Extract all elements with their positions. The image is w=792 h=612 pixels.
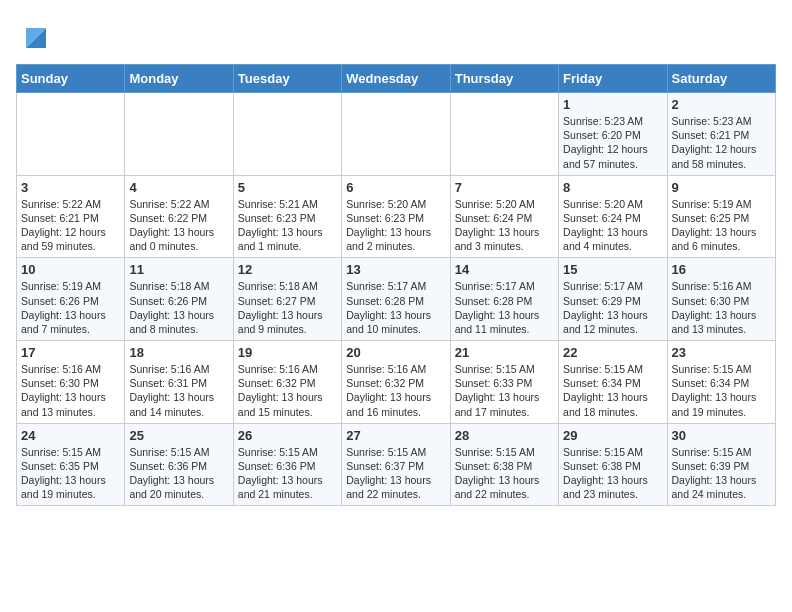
cell-info: Sunrise: 5:17 AMSunset: 6:29 PMDaylight:… — [563, 279, 662, 336]
day-number: 16 — [672, 262, 771, 277]
cell-info: Sunrise: 5:17 AMSunset: 6:28 PMDaylight:… — [346, 279, 445, 336]
day-number: 30 — [672, 428, 771, 443]
calendar-cell: 30Sunrise: 5:15 AMSunset: 6:39 PMDayligh… — [667, 423, 775, 506]
calendar-cell: 22Sunrise: 5:15 AMSunset: 6:34 PMDayligh… — [559, 341, 667, 424]
calendar-cell: 12Sunrise: 5:18 AMSunset: 6:27 PMDayligh… — [233, 258, 341, 341]
cell-info: Sunrise: 5:15 AMSunset: 6:39 PMDaylight:… — [672, 445, 771, 502]
calendar-cell: 7Sunrise: 5:20 AMSunset: 6:24 PMDaylight… — [450, 175, 558, 258]
day-number: 15 — [563, 262, 662, 277]
calendar-cell — [125, 93, 233, 176]
calendar-cell: 29Sunrise: 5:15 AMSunset: 6:38 PMDayligh… — [559, 423, 667, 506]
day-number: 21 — [455, 345, 554, 360]
day-number: 27 — [346, 428, 445, 443]
calendar-cell: 23Sunrise: 5:15 AMSunset: 6:34 PMDayligh… — [667, 341, 775, 424]
column-header-friday: Friday — [559, 65, 667, 93]
cell-info: Sunrise: 5:16 AMSunset: 6:32 PMDaylight:… — [346, 362, 445, 419]
cell-info: Sunrise: 5:20 AMSunset: 6:23 PMDaylight:… — [346, 197, 445, 254]
day-number: 20 — [346, 345, 445, 360]
cell-info: Sunrise: 5:23 AMSunset: 6:21 PMDaylight:… — [672, 114, 771, 171]
calendar-cell: 4Sunrise: 5:22 AMSunset: 6:22 PMDaylight… — [125, 175, 233, 258]
calendar-header-row: SundayMondayTuesdayWednesdayThursdayFrid… — [17, 65, 776, 93]
calendar-cell: 6Sunrise: 5:20 AMSunset: 6:23 PMDaylight… — [342, 175, 450, 258]
day-number: 11 — [129, 262, 228, 277]
day-number: 13 — [346, 262, 445, 277]
calendar-cell: 11Sunrise: 5:18 AMSunset: 6:26 PMDayligh… — [125, 258, 233, 341]
day-number: 29 — [563, 428, 662, 443]
logo — [16, 20, 54, 56]
day-number: 12 — [238, 262, 337, 277]
column-header-saturday: Saturday — [667, 65, 775, 93]
cell-info: Sunrise: 5:15 AMSunset: 6:35 PMDaylight:… — [21, 445, 120, 502]
column-header-thursday: Thursday — [450, 65, 558, 93]
cell-info: Sunrise: 5:19 AMSunset: 6:26 PMDaylight:… — [21, 279, 120, 336]
cell-info: Sunrise: 5:16 AMSunset: 6:31 PMDaylight:… — [129, 362, 228, 419]
column-header-tuesday: Tuesday — [233, 65, 341, 93]
calendar-cell: 21Sunrise: 5:15 AMSunset: 6:33 PMDayligh… — [450, 341, 558, 424]
calendar-cell: 27Sunrise: 5:15 AMSunset: 6:37 PMDayligh… — [342, 423, 450, 506]
cell-info: Sunrise: 5:17 AMSunset: 6:28 PMDaylight:… — [455, 279, 554, 336]
calendar-cell: 15Sunrise: 5:17 AMSunset: 6:29 PMDayligh… — [559, 258, 667, 341]
calendar-cell — [17, 93, 125, 176]
cell-info: Sunrise: 5:16 AMSunset: 6:30 PMDaylight:… — [672, 279, 771, 336]
calendar-cell — [342, 93, 450, 176]
cell-info: Sunrise: 5:16 AMSunset: 6:30 PMDaylight:… — [21, 362, 120, 419]
calendar-cell: 25Sunrise: 5:15 AMSunset: 6:36 PMDayligh… — [125, 423, 233, 506]
cell-info: Sunrise: 5:18 AMSunset: 6:27 PMDaylight:… — [238, 279, 337, 336]
cell-info: Sunrise: 5:15 AMSunset: 6:37 PMDaylight:… — [346, 445, 445, 502]
day-number: 26 — [238, 428, 337, 443]
page-header — [16, 16, 776, 56]
column-header-sunday: Sunday — [17, 65, 125, 93]
day-number: 19 — [238, 345, 337, 360]
day-number: 18 — [129, 345, 228, 360]
day-number: 22 — [563, 345, 662, 360]
calendar-cell: 2Sunrise: 5:23 AMSunset: 6:21 PMDaylight… — [667, 93, 775, 176]
cell-info: Sunrise: 5:22 AMSunset: 6:22 PMDaylight:… — [129, 197, 228, 254]
day-number: 2 — [672, 97, 771, 112]
day-number: 3 — [21, 180, 120, 195]
day-number: 6 — [346, 180, 445, 195]
day-number: 23 — [672, 345, 771, 360]
day-number: 28 — [455, 428, 554, 443]
cell-info: Sunrise: 5:21 AMSunset: 6:23 PMDaylight:… — [238, 197, 337, 254]
day-number: 5 — [238, 180, 337, 195]
cell-info: Sunrise: 5:20 AMSunset: 6:24 PMDaylight:… — [563, 197, 662, 254]
calendar-week-row: 17Sunrise: 5:16 AMSunset: 6:30 PMDayligh… — [17, 341, 776, 424]
cell-info: Sunrise: 5:15 AMSunset: 6:38 PMDaylight:… — [563, 445, 662, 502]
calendar-cell: 5Sunrise: 5:21 AMSunset: 6:23 PMDaylight… — [233, 175, 341, 258]
day-number: 24 — [21, 428, 120, 443]
cell-info: Sunrise: 5:15 AMSunset: 6:36 PMDaylight:… — [238, 445, 337, 502]
cell-info: Sunrise: 5:15 AMSunset: 6:38 PMDaylight:… — [455, 445, 554, 502]
day-number: 9 — [672, 180, 771, 195]
calendar-cell: 28Sunrise: 5:15 AMSunset: 6:38 PMDayligh… — [450, 423, 558, 506]
calendar-table: SundayMondayTuesdayWednesdayThursdayFrid… — [16, 64, 776, 506]
calendar-cell: 14Sunrise: 5:17 AMSunset: 6:28 PMDayligh… — [450, 258, 558, 341]
column-header-wednesday: Wednesday — [342, 65, 450, 93]
calendar-cell: 24Sunrise: 5:15 AMSunset: 6:35 PMDayligh… — [17, 423, 125, 506]
day-number: 1 — [563, 97, 662, 112]
cell-info: Sunrise: 5:15 AMSunset: 6:36 PMDaylight:… — [129, 445, 228, 502]
cell-info: Sunrise: 5:18 AMSunset: 6:26 PMDaylight:… — [129, 279, 228, 336]
day-number: 14 — [455, 262, 554, 277]
calendar-cell: 1Sunrise: 5:23 AMSunset: 6:20 PMDaylight… — [559, 93, 667, 176]
cell-info: Sunrise: 5:19 AMSunset: 6:25 PMDaylight:… — [672, 197, 771, 254]
calendar-week-row: 1Sunrise: 5:23 AMSunset: 6:20 PMDaylight… — [17, 93, 776, 176]
cell-info: Sunrise: 5:22 AMSunset: 6:21 PMDaylight:… — [21, 197, 120, 254]
calendar-cell: 17Sunrise: 5:16 AMSunset: 6:30 PMDayligh… — [17, 341, 125, 424]
calendar-week-row: 24Sunrise: 5:15 AMSunset: 6:35 PMDayligh… — [17, 423, 776, 506]
day-number: 4 — [129, 180, 228, 195]
calendar-cell: 18Sunrise: 5:16 AMSunset: 6:31 PMDayligh… — [125, 341, 233, 424]
cell-info: Sunrise: 5:15 AMSunset: 6:34 PMDaylight:… — [672, 362, 771, 419]
calendar-week-row: 3Sunrise: 5:22 AMSunset: 6:21 PMDaylight… — [17, 175, 776, 258]
column-header-monday: Monday — [125, 65, 233, 93]
calendar-cell: 19Sunrise: 5:16 AMSunset: 6:32 PMDayligh… — [233, 341, 341, 424]
logo-icon — [18, 20, 54, 56]
calendar-cell — [450, 93, 558, 176]
calendar-cell — [233, 93, 341, 176]
calendar-cell: 10Sunrise: 5:19 AMSunset: 6:26 PMDayligh… — [17, 258, 125, 341]
calendar-cell: 8Sunrise: 5:20 AMSunset: 6:24 PMDaylight… — [559, 175, 667, 258]
cell-info: Sunrise: 5:15 AMSunset: 6:33 PMDaylight:… — [455, 362, 554, 419]
calendar-cell: 20Sunrise: 5:16 AMSunset: 6:32 PMDayligh… — [342, 341, 450, 424]
cell-info: Sunrise: 5:16 AMSunset: 6:32 PMDaylight:… — [238, 362, 337, 419]
day-number: 25 — [129, 428, 228, 443]
calendar-week-row: 10Sunrise: 5:19 AMSunset: 6:26 PMDayligh… — [17, 258, 776, 341]
